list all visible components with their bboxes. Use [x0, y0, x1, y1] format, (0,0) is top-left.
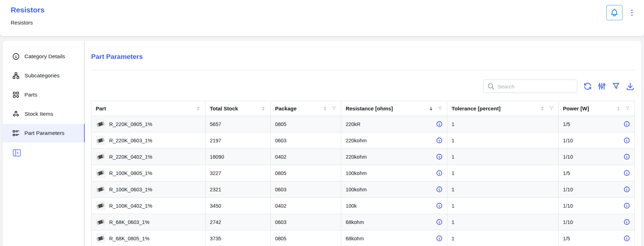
- filter-icon: [611, 82, 621, 91]
- cell-resistance: 100kohm: [341, 181, 447, 198]
- sort-icon[interactable]: [616, 106, 621, 111]
- sort-icon[interactable]: [195, 106, 201, 111]
- cell-power: 1/5: [559, 165, 635, 181]
- info-icon[interactable]: [436, 121, 443, 127]
- power-value: 1/10: [563, 203, 573, 209]
- info-icon[interactable]: [436, 235, 443, 242]
- info-icon[interactable]: [623, 186, 630, 193]
- cell-package: 0805: [270, 165, 341, 181]
- table-row[interactable]: R_100K_0603_1%23210603100kohm11/10: [91, 181, 635, 198]
- part-thumbnail[interactable]: [96, 201, 105, 211]
- info-icon[interactable]: [623, 219, 630, 225]
- part-thumbnail[interactable]: [96, 119, 105, 129]
- sort-icon[interactable]: [261, 106, 266, 111]
- info-icon[interactable]: [623, 202, 630, 209]
- table-row[interactable]: R_220K_0603_1%21970603220kohm11/10: [91, 132, 635, 149]
- filter-button[interactable]: [611, 82, 621, 91]
- table-row[interactable]: R_68K_0603_1%2742060368kohm11/10: [91, 214, 635, 230]
- refresh-icon: [583, 82, 592, 91]
- part-parameters-table: PartTotal StockPackageResistance [ohms]T…: [91, 101, 635, 246]
- info-icon[interactable]: [623, 137, 630, 144]
- cell-part: R_68K_0603_1%: [91, 214, 206, 230]
- column-header-tolerance-percent[interactable]: Tolerance [percent]: [447, 101, 559, 116]
- resistance-value: 100k: [346, 203, 357, 209]
- table-header-row: PartTotal StockPackageResistance [ohms]T…: [91, 101, 635, 116]
- column-header-total-stock[interactable]: Total Stock: [205, 101, 270, 116]
- table-header: PartTotal StockPackageResistance [ohms]T…: [91, 101, 635, 116]
- sort-icon[interactable]: [322, 106, 328, 111]
- content-panel: Category Details Subcategories Parts Sto…: [3, 41, 641, 246]
- power-value: 1/10: [563, 219, 573, 225]
- cell-power: 1/10: [559, 149, 635, 165]
- sidebar-item-stock-items[interactable]: Stock Items: [3, 105, 84, 123]
- info-icon[interactable]: [436, 202, 443, 209]
- info-icon[interactable]: [436, 219, 443, 225]
- resistance-value: 220kR: [346, 121, 360, 127]
- column-filter-icon[interactable]: [437, 106, 443, 111]
- cell-tolerance: 1: [447, 214, 559, 230]
- column-header-power-w[interactable]: Power [W]: [559, 101, 635, 116]
- sidebar-item-label: Parts: [24, 92, 37, 98]
- cell-tolerance: 1: [447, 116, 559, 132]
- column-header-part[interactable]: Part: [91, 101, 206, 116]
- part-name: R_220K_0805_1%: [109, 121, 152, 127]
- list-details-icon: [12, 129, 20, 137]
- cell-part: R_220K_0603_1%: [91, 132, 206, 149]
- table-row[interactable]: R_220K_0805_1%56570805220kR11/5: [91, 116, 635, 132]
- info-icon[interactable]: [623, 170, 630, 176]
- main-content: Part Parameters: [85, 41, 641, 246]
- info-icon[interactable]: [623, 121, 630, 127]
- resistance-value: 100kohm: [346, 170, 367, 176]
- cell-part: R_220K_0805_1%: [91, 116, 206, 132]
- table-options-button[interactable]: [597, 82, 606, 91]
- power-value: 1/5: [563, 121, 570, 127]
- info-icon[interactable]: [623, 153, 630, 160]
- info-icon[interactable]: [436, 186, 443, 193]
- column-header-resistance-ohms[interactable]: Resistance [ohms]: [341, 101, 447, 116]
- sidebar-item-subcategories[interactable]: Subcategories: [3, 66, 84, 85]
- adjustments-icon: [597, 82, 606, 91]
- column-filter-icon[interactable]: [549, 106, 554, 111]
- column-filter-icon[interactable]: [331, 106, 337, 111]
- column-filter-icon[interactable]: [625, 106, 630, 111]
- info-icon[interactable]: [436, 137, 443, 144]
- refresh-button[interactable]: [583, 82, 592, 91]
- notifications-button[interactable]: [606, 5, 622, 20]
- search-input[interactable]: [498, 83, 573, 89]
- sidebar-collapse-button[interactable]: [12, 148, 22, 158]
- download-button[interactable]: [626, 82, 635, 91]
- overflow-menu-button[interactable]: [628, 6, 636, 19]
- column-header-package[interactable]: Package: [270, 101, 341, 116]
- info-icon[interactable]: [436, 153, 443, 160]
- info-icon[interactable]: [436, 170, 443, 176]
- table-row[interactable]: R_100K_0402_1%34500402100k11/10: [91, 198, 635, 214]
- part-thumbnail[interactable]: [96, 168, 105, 178]
- sort-desc-icon[interactable]: [428, 106, 434, 111]
- cell-tolerance: 1: [447, 181, 559, 198]
- part-thumbnail[interactable]: [96, 217, 105, 227]
- cell-resistance: 220kR: [341, 116, 447, 132]
- breadcrumb[interactable]: Resistors: [11, 20, 33, 26]
- cell-package: 0603: [270, 132, 341, 149]
- sidebar-item-parts[interactable]: Parts: [3, 86, 84, 104]
- power-value: 1/10: [563, 138, 573, 143]
- table-row[interactable]: R_68K_0805_1%3735080568kohm11/5: [91, 230, 635, 246]
- part-thumbnail[interactable]: [96, 234, 105, 243]
- part-thumbnail[interactable]: [96, 185, 105, 194]
- table-row[interactable]: R_220K_0402_1%180900402220kohm11/10: [91, 149, 635, 165]
- bell-icon: [610, 8, 619, 17]
- cell-power: 1/10: [559, 181, 635, 198]
- search-box[interactable]: [483, 80, 577, 93]
- sidebar-item-category-details[interactable]: Category Details: [3, 47, 84, 66]
- table-row[interactable]: R_100K_0805_1%32270805100kohm11/5: [91, 165, 635, 181]
- cell-power: 1/10: [559, 198, 635, 214]
- part-thumbnail[interactable]: [96, 152, 105, 162]
- sidebar-item-part-parameters[interactable]: Part Parameters: [3, 124, 84, 142]
- part-thumbnail[interactable]: [96, 136, 105, 145]
- sort-icon[interactable]: [539, 106, 545, 111]
- sidebar-item-label: Subcategories: [24, 72, 60, 79]
- search-icon: [487, 83, 495, 90]
- column-label: Total Stock: [210, 105, 238, 111]
- column-label: Package: [275, 105, 297, 111]
- info-icon[interactable]: [623, 235, 630, 242]
